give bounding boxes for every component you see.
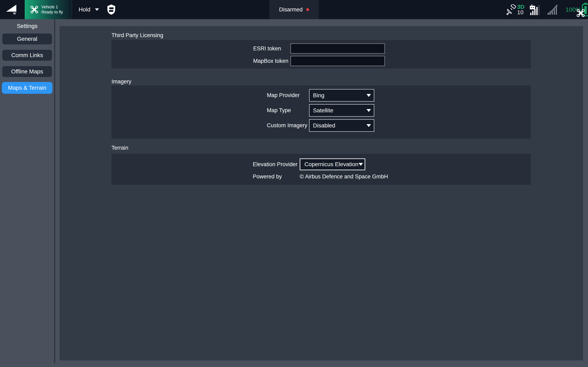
section-title-terrain: Terrain (112, 145, 583, 151)
gps-satellite-count: 10 (517, 9, 525, 15)
chevron-down-icon (366, 124, 371, 127)
telemetry-signal-off-icon (547, 4, 558, 15)
armed-indicator-dot (306, 8, 309, 11)
section-title-imagery: Imagery (112, 78, 583, 85)
armed-state-button[interactable]: Disarmed (269, 0, 319, 19)
rc-signal-icon (530, 4, 540, 15)
satellite-icon (506, 4, 516, 15)
maps-terrain-settings-panel: Third Party Licensing ESRI token MapBox … (60, 26, 583, 360)
mapbox-token-input[interactable] (291, 56, 385, 66)
quadcopter-icon (30, 6, 38, 13)
sidebar-item-comm-links[interactable]: Comm Links (2, 49, 52, 61)
map-provider-value: Bing (313, 92, 324, 99)
sidebar-item-label: General (17, 36, 37, 42)
map-provider-select[interactable]: Bing (309, 89, 374, 101)
map-type-label: Map Type (267, 107, 309, 114)
sidebar-item-maps-terrain[interactable]: Maps & Terrain (2, 82, 52, 94)
app-logo[interactable] (6, 0, 17, 19)
elevation-provider-row: Elevation Provider Copernicus Elevation (253, 158, 531, 170)
mapbox-token-label: MapBox token (253, 58, 291, 64)
chevron-down-icon (366, 109, 371, 112)
elevation-provider-select[interactable]: Copernicus Elevation (300, 158, 365, 170)
top-toolbar: Vehicle 1 Ready to fly Hold Disarmed (0, 0, 588, 19)
map-provider-row: Map Provider Bing (267, 89, 531, 101)
gps-status-indicator[interactable]: 3D 10 (506, 0, 525, 19)
custom-imagery-label: Custom Imagery (267, 122, 309, 129)
esri-token-input[interactable] (291, 43, 385, 54)
terrain-box: Elevation Provider Copernicus Elevation … (112, 154, 531, 185)
map-type-value: Satellite (313, 107, 333, 114)
imagery-box: Map Provider Bing Map Type Satellite Cus… (112, 85, 531, 139)
sidebar-divider (54, 19, 55, 363)
flight-mode-dropdown[interactable]: Hold (79, 0, 99, 19)
settings-workspace: Settings General Comm Links Offline Maps… (0, 19, 588, 367)
elevation-provider-label: Elevation Provider (253, 161, 300, 167)
third-party-licensing-box: ESRI token MapBox token (112, 40, 531, 68)
custom-imagery-value: Disabled (313, 122, 335, 129)
vehicle-name: Vehicle 1 (42, 4, 63, 9)
chevron-down-icon (359, 163, 363, 166)
esri-token-label: ESRI token (253, 45, 291, 52)
settings-sidebar: Settings General Comm Links Offline Maps… (0, 19, 54, 367)
shield-arrows-icon (107, 4, 115, 15)
sidebar-item-label: Offline Maps (11, 68, 43, 75)
sidebar-item-offline-maps[interactable]: Offline Maps (2, 66, 52, 77)
flight-mode-label: Hold (79, 6, 90, 13)
map-type-select[interactable]: Satellite (309, 104, 374, 117)
gps-lock-type: 3D (517, 4, 525, 9)
custom-imagery-row: Custom Imagery Disabled (267, 119, 531, 132)
esri-token-row: ESRI token (253, 43, 531, 54)
powered-by-row: Powered by © Airbus Defence and Space Gm… (253, 174, 531, 179)
mapbox-token-row: MapBox token (253, 56, 531, 66)
section-title-third-party-licensing: Third Party Licensing (112, 32, 583, 39)
sidebar-item-general[interactable]: General (2, 33, 52, 45)
telemetry-signal-indicator[interactable] (547, 0, 558, 19)
paper-plane-icon (6, 4, 17, 15)
chevron-down-icon (366, 94, 371, 97)
vehicle-selector-button[interactable]: Vehicle 1 Ready to fly (25, 0, 72, 19)
sidebar-title: Settings (0, 23, 54, 29)
map-provider-label: Map Provider (267, 92, 309, 99)
elevation-provider-value: Copernicus Elevation (304, 161, 359, 167)
quadcopter-icon (577, 9, 585, 17)
chevron-down-icon (95, 8, 99, 11)
powered-by-label: Powered by (253, 174, 300, 180)
powered-by-value: © Airbus Defence and Space GmbH (300, 174, 388, 180)
armed-state-label: Disarmed (279, 7, 303, 13)
vehicle-status: Ready to fly (42, 9, 63, 15)
map-type-row: Map Type Satellite (267, 104, 531, 117)
sidebar-item-label: Comm Links (11, 52, 43, 58)
sidebar-item-label: Maps & Terrain (8, 85, 46, 91)
takeoff-shield-button[interactable] (107, 0, 115, 19)
custom-imagery-select[interactable]: Disabled (309, 119, 374, 132)
rc-signal-indicator[interactable] (530, 0, 540, 19)
battery-status-indicator[interactable]: 100% (566, 0, 588, 19)
